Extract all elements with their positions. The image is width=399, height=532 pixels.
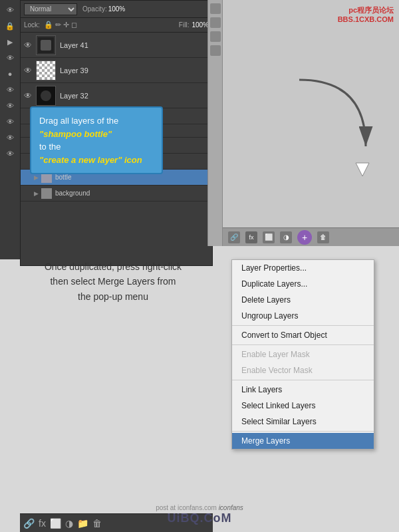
eye-icon[interactable]: 👁	[24, 66, 33, 75]
instruction-line1: Once duplicated, press right-click	[20, 259, 206, 274]
layer-name: Layer 41	[60, 41, 88, 49]
tooltip-line2: to the	[39, 142, 61, 152]
panel-second-bar: Lock: 🔒 ✏ ✛ ◻ Fill: 100%	[21, 18, 212, 33]
eye-icon[interactable]: 👁	[24, 41, 33, 50]
rt-icon[interactable]	[210, 45, 221, 56]
context-menu: Layer Properties...Duplicate Layers...De…	[231, 259, 374, 450]
rt-icon[interactable]	[210, 31, 221, 42]
menu-item[interactable]: Duplicate Layers...	[232, 276, 374, 292]
side-icon-eye[interactable]: 👁	[3, 3, 17, 17]
post-text-content: post at iconfans.com	[156, 504, 217, 511]
menu-item[interactable]: Layer Properties...	[232, 260, 374, 276]
layer-thumbnail	[36, 86, 56, 106]
menu-divider	[232, 380, 374, 380]
layer-thumbnail	[36, 35, 56, 55]
menu-divider	[232, 431, 374, 432]
svg-rect-1	[41, 40, 51, 51]
blend-mode-select[interactable]: Normal	[24, 3, 77, 15]
panel-top-bar: Normal Opacity: 100%	[21, 1, 212, 18]
menu-item[interactable]: Ungroup Layers	[232, 308, 374, 324]
side-icon-eye2[interactable]: 👁	[3, 51, 17, 65]
preview-toolbar: 🔗 fx ⬜ ◑ + 🗑	[223, 227, 399, 246]
fx-toolbar-icon[interactable]: fx	[245, 231, 257, 243]
brand-text: UiBQ.CoM	[0, 511, 399, 525]
side-icon-arrow[interactable]: ▶	[3, 35, 17, 49]
eye-icon[interactable]: 👁	[24, 91, 33, 100]
opacity-label: Opacity:	[82, 5, 107, 13]
layer-row[interactable]: 👁 Layer 41	[21, 33, 212, 58]
layer-name: Layer 32	[60, 92, 88, 100]
expand-icon[interactable]: ▶	[34, 190, 39, 197]
rt-icon[interactable]	[210, 17, 221, 28]
menu-item[interactable]: Convert to Smart Object	[232, 327, 374, 343]
new-layer-icon[interactable]: +	[297, 230, 312, 245]
side-icon-lock[interactable]: 🔒	[3, 19, 17, 33]
sub-layer-name: bottle	[55, 174, 71, 181]
layer-row[interactable]: 👁 Layer 39	[21, 58, 212, 83]
iconfans-text: iconfans	[219, 504, 243, 511]
layer-row[interactable]: 👁 Layer 32	[21, 83, 212, 108]
watermark-line1: pc程序员论坛	[338, 5, 394, 15]
side-icon-eye5[interactable]: 👁	[3, 115, 17, 128]
tooltip-box: Drag all layers of the "shampoo bottle" …	[30, 106, 163, 174]
lock-label: Lock:	[24, 21, 40, 29]
sub-layer-row[interactable]: ▶ background	[21, 186, 212, 201]
canvas-preview: 🔗 fx ⬜ ◑ + 🗑	[222, 0, 399, 246]
drag-arrow	[286, 66, 379, 186]
tooltip-shampoo: "shampoo bottle"	[39, 129, 112, 139]
menu-item[interactable]: Select Linked Layers	[232, 398, 374, 414]
menu-item: Enable Vector Mask	[232, 362, 374, 378]
tooltip-new-layer: "create a new layer" icon	[39, 155, 142, 165]
instruction-line3: the pop-up menu	[20, 289, 206, 304]
menu-item: Enable Layer Mask	[232, 346, 374, 362]
canvas-area	[223, 0, 399, 227]
side-toolbar: 👁 🔒 ▶ 👁 ● 👁 👁 👁 👁 👁	[0, 0, 20, 259]
layer-name: Layer 39	[60, 66, 88, 74]
side-icon-eye6[interactable]: 👁	[3, 131, 17, 144]
svg-point-3	[41, 90, 51, 101]
trash-toolbar-icon[interactable]: 🗑	[317, 231, 329, 243]
opacity-value: 100%	[108, 5, 126, 13]
side-icon-eye7[interactable]: 👁	[3, 147, 17, 160]
instruction-text: Once duplicated, press right-click then …	[20, 259, 206, 304]
mask-toolbar-icon[interactable]: ⬜	[263, 231, 275, 243]
side-icon-eye3[interactable]: 👁	[3, 83, 17, 96]
right-toolbar	[207, 0, 222, 246]
menu-item[interactable]: Merge Layers	[232, 433, 374, 449]
menu-item[interactable]: Link Layers	[232, 382, 374, 398]
menu-divider	[232, 344, 374, 345]
side-icon-dot[interactable]: ●	[3, 67, 17, 80]
tooltip-line1: Drag all layers of the	[39, 116, 118, 126]
sub-layer-name: background	[55, 190, 90, 197]
layer-thumbnail	[36, 61, 56, 80]
menu-divider	[232, 325, 374, 326]
watermark-top-right: pc程序员论坛 BBS.1CXB.COM	[338, 5, 394, 25]
link-toolbar-icon[interactable]: 🔗	[228, 231, 240, 243]
menu-item[interactable]: Select Similar Layers	[232, 414, 374, 430]
watermark-bottom: post at iconfans.com iconfans UiBQ.CoM	[0, 504, 399, 525]
fill-label: Fill:	[179, 21, 190, 29]
instruction-line2: then select Merge Layers from	[20, 274, 206, 289]
post-text: post at iconfans.com iconfans	[0, 504, 399, 511]
expand-icon[interactable]: ▶	[34, 174, 39, 181]
fill-value: 100%	[192, 21, 209, 29]
watermark-line2: BBS.1CXB.COM	[338, 15, 394, 24]
svg-marker-5	[356, 163, 369, 176]
adj-toolbar-icon[interactable]: ◑	[280, 231, 292, 243]
menu-item[interactable]: Delete Layers	[232, 292, 374, 308]
rt-icon[interactable]	[210, 3, 221, 14]
side-icon-eye4[interactable]: 👁	[3, 99, 17, 112]
